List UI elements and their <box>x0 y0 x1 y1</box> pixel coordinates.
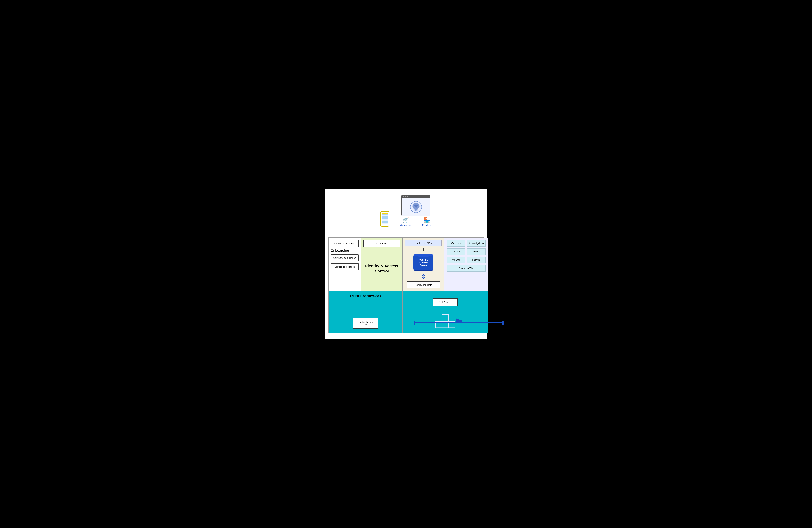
mobile-phone <box>380 211 389 226</box>
ngsi-cylinder: NGSI-LD Context Broker <box>414 253 433 272</box>
browser-window <box>402 194 431 216</box>
trusted-issuers-box: Trusted Issuers List <box>353 318 378 328</box>
provider-text: Provider <box>422 224 432 226</box>
col-trust: Trust Framework Trusted Issuers List <box>329 291 403 333</box>
col-services: Web portal Knowledgebase Chatbot Search … <box>444 238 488 291</box>
col-identity: VC Verifier Identity & Access Control <box>361 238 403 291</box>
trust-framework-label: Trust Framework <box>349 294 381 298</box>
diagram-container: 🛒 Customer 🏪 Provider Credential issuanc… <box>324 189 488 339</box>
ticketing-label: Ticketing <box>472 259 480 261</box>
trusted-issuers-label: Trusted Issuers List <box>357 321 374 326</box>
tm-forum-label: TM Forum APIs <box>415 242 432 245</box>
ngsi-label: NGSI-LD Context Broker <box>419 259 428 266</box>
replication-label: Replication logic <box>415 283 432 286</box>
chatbot-box: Chatbot <box>447 248 465 255</box>
cylinder-top <box>414 253 433 257</box>
top-conn-1 <box>375 234 375 237</box>
knowledgebase-box: Knowledgebase <box>467 240 485 247</box>
service-compliance-box: Service compliance <box>331 263 359 270</box>
vc-verifier-box: VC Verifier <box>363 240 400 247</box>
onboarding-title: Onboarding <box>331 249 359 253</box>
service-compliance-label: Service compliance <box>335 265 355 268</box>
center-group: 🛒 Customer 🏪 Provider <box>400 194 432 226</box>
web-portal-box: Web portal <box>447 240 465 247</box>
analytics-label: Analytics <box>452 259 460 261</box>
shop-icon: 🏪 <box>424 217 430 223</box>
main-grid: Credential issuance Onboarding Company c… <box>328 237 484 334</box>
credential-issuance-label: Credential issuance <box>334 242 355 245</box>
ext-arrow-svg <box>414 321 504 325</box>
conn-replication-dlt <box>445 294 446 295</box>
services-grid: Web portal Knowledgebase Chatbot Search … <box>447 240 485 272</box>
onepass-box: Onepass-CRM <box>447 265 485 272</box>
top-section: 🛒 Customer 🏪 Provider <box>328 194 484 229</box>
svg-rect-3 <box>442 314 449 321</box>
dlt-adapter-label: DLT Adapter <box>439 301 452 304</box>
vc-verifier-label: VC Verifier <box>376 242 387 245</box>
customer-text: Customer <box>400 224 411 226</box>
onepass-label: Onepass-CRM <box>459 267 473 269</box>
identity-vertical-line <box>382 249 382 289</box>
web-portal-label: Web portal <box>451 242 461 245</box>
mobile-icon <box>380 211 389 226</box>
star-logo-svg <box>410 201 422 214</box>
onboarding-label: Onboarding <box>331 249 349 252</box>
credential-issuance-box: Credential issuance <box>331 240 359 247</box>
col-broker: TM Forum APIs NGSI-LD Context Broker ⇕ R… <box>403 238 444 291</box>
company-compliance-label: Company compliance <box>333 256 356 259</box>
col-dlt: DLT Adapter <box>403 291 488 333</box>
search-label: Search <box>473 250 480 253</box>
provider-label: 🏪 Provider <box>422 217 432 226</box>
company-compliance-box: Company compliance <box>331 254 359 262</box>
col-onboarding: Credential issuance Onboarding Company c… <box>329 238 361 291</box>
analytics-box: Analytics <box>447 256 465 263</box>
ext-arrow-container <box>414 321 524 325</box>
conn-dlt-blockchain <box>445 309 446 311</box>
cart-icon: 🛒 <box>403 217 409 223</box>
replication-box: Replication logic <box>407 281 440 289</box>
dlt-adapter-box: DLT Adapter <box>433 298 458 306</box>
top-conn-2 <box>437 234 437 237</box>
double-arrow: ⇕ <box>421 274 426 280</box>
knowledgebase-label: Knowledgebase <box>468 242 484 245</box>
tm-forum-box: TM Forum APIs <box>405 240 442 246</box>
customer-label: 🛒 Customer <box>400 217 411 226</box>
ticketing-box: Ticketing <box>467 256 485 263</box>
trust-title: Trust Framework <box>331 294 400 298</box>
conn-tm-ngsi <box>423 248 423 251</box>
search-box: Search <box>467 248 485 255</box>
cylinder-body: NGSI-LD Context Broker <box>414 255 433 270</box>
customer-provider-row: 🛒 Customer 🏪 Provider <box>400 217 432 226</box>
chatbot-label: Chatbot <box>452 250 460 253</box>
